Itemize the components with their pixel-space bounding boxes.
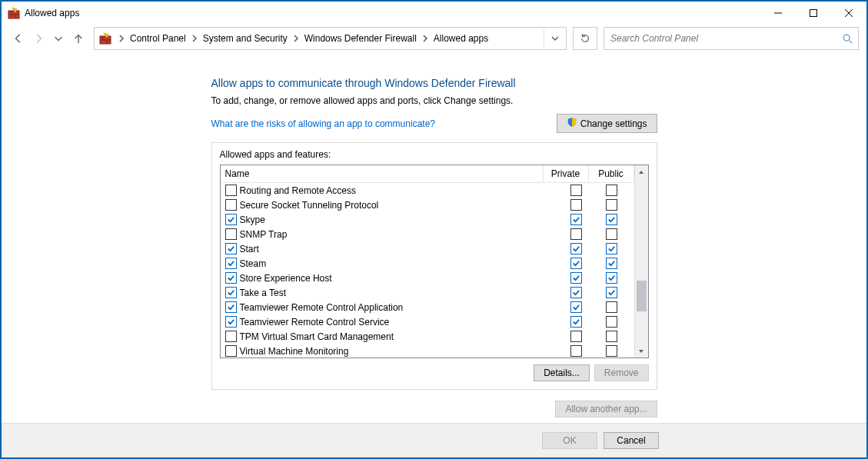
navbar: Control Panel System and Security Window… (2, 25, 866, 57)
app-name: Routing and Remote Access (240, 185, 356, 196)
public-checkbox[interactable] (606, 258, 617, 269)
public-checkbox[interactable] (606, 272, 617, 284)
table-row[interactable]: SNMP Trap (221, 227, 634, 241)
public-checkbox[interactable] (606, 185, 617, 196)
public-checkbox[interactable] (606, 345, 617, 357)
enabled-checkbox[interactable] (225, 214, 237, 225)
footer: OK Cancel (2, 423, 866, 457)
change-settings-button[interactable]: Change settings (557, 114, 657, 133)
table-row[interactable]: Store Experience Host (221, 271, 634, 285)
risks-link[interactable]: What are the risks of allowing an app to… (211, 118, 435, 129)
table-row[interactable]: TPM Virtual Smart Card Management (221, 329, 634, 344)
allowed-apps-listview[interactable]: Name Private Public Routing and Remote A… (220, 165, 649, 358)
chevron-right-icon[interactable] (292, 35, 300, 42)
app-name: Start (240, 244, 259, 254)
minimize-button[interactable] (760, 2, 796, 25)
allow-another-app-button[interactable]: Allow another app... (555, 401, 657, 417)
app-name: SNMP Trap (240, 229, 288, 240)
private-checkbox[interactable] (570, 228, 582, 240)
public-checkbox[interactable] (606, 214, 617, 225)
chevron-right-icon[interactable] (421, 35, 429, 42)
listview-header: Name Private Public (221, 165, 634, 183)
window-controls (760, 2, 866, 25)
up-button[interactable] (69, 29, 88, 48)
private-checkbox[interactable] (570, 214, 582, 225)
table-row[interactable]: Teamviewer Remote Control Service (221, 314, 634, 329)
table-row[interactable]: Virtual Machine Monitoring (221, 344, 634, 357)
app-name: Take a Test (240, 288, 286, 298)
public-checkbox[interactable] (606, 316, 617, 328)
enabled-checkbox[interactable] (225, 316, 237, 328)
table-row[interactable]: Skype (221, 212, 634, 227)
private-checkbox[interactable] (570, 185, 582, 196)
recent-dropdown[interactable] (49, 29, 68, 48)
private-checkbox[interactable] (570, 199, 582, 211)
private-checkbox[interactable] (570, 287, 582, 298)
public-checkbox[interactable] (606, 228, 617, 240)
forward-button[interactable] (29, 29, 48, 48)
app-name: Virtual Machine Monitoring (240, 346, 349, 357)
enabled-checkbox[interactable] (225, 199, 237, 211)
public-checkbox[interactable] (606, 199, 617, 211)
app-name: Teamviewer Remote Control Application (240, 302, 404, 313)
chevron-right-icon[interactable] (191, 35, 198, 42)
breadcrumb-firewall[interactable]: Windows Defender Firewall (301, 28, 420, 49)
enabled-checkbox[interactable] (225, 258, 237, 269)
breadcrumb-allowed-apps[interactable]: Allowed apps (431, 28, 491, 49)
table-row[interactable]: Secure Socket Tunneling Protocol (221, 198, 634, 212)
table-row[interactable]: Routing and Remote Access (221, 183, 634, 198)
table-row[interactable]: Teamviewer Remote Control Application (221, 300, 634, 314)
search-icon[interactable] (836, 33, 858, 44)
table-row[interactable]: Steam (221, 256, 634, 271)
public-checkbox[interactable] (606, 331, 617, 342)
column-public[interactable]: Public (589, 165, 634, 182)
private-checkbox[interactable] (570, 331, 582, 342)
close-button[interactable] (831, 2, 866, 25)
search-bar[interactable] (604, 27, 859, 50)
scroll-up-button[interactable] (635, 165, 648, 178)
table-row[interactable]: Take a Test (221, 285, 634, 300)
address-dropdown[interactable] (544, 28, 566, 48)
cancel-button[interactable]: Cancel (604, 432, 659, 449)
breadcrumb-system-security[interactable]: System and Security (200, 28, 291, 49)
maximize-button[interactable] (796, 2, 831, 25)
private-checkbox[interactable] (570, 301, 582, 313)
ok-button[interactable]: OK (542, 432, 597, 449)
search-input[interactable] (604, 33, 836, 44)
private-checkbox[interactable] (570, 272, 582, 284)
app-name: Skype (240, 215, 265, 225)
enabled-checkbox[interactable] (225, 185, 237, 196)
public-checkbox[interactable] (606, 287, 617, 298)
column-name[interactable]: Name (221, 165, 544, 182)
scroll-down-button[interactable] (635, 344, 648, 358)
private-checkbox[interactable] (570, 243, 582, 254)
app-name: Secure Socket Tunneling Protocol (240, 200, 379, 211)
private-checkbox[interactable] (570, 345, 582, 357)
address-bar[interactable]: Control Panel System and Security Window… (94, 27, 567, 50)
enabled-checkbox[interactable] (225, 272, 237, 284)
back-button[interactable] (9, 29, 28, 48)
enabled-checkbox[interactable] (225, 287, 237, 298)
private-checkbox[interactable] (570, 258, 582, 269)
chevron-right-icon[interactable] (118, 35, 125, 42)
enabled-checkbox[interactable] (225, 301, 237, 313)
details-button[interactable]: Details... (534, 364, 590, 381)
scrollbar[interactable] (634, 165, 648, 358)
table-row[interactable]: Start (221, 241, 634, 256)
remove-button[interactable]: Remove (594, 364, 649, 381)
public-checkbox[interactable] (606, 243, 617, 254)
window-title: Allowed apps (25, 8, 79, 18)
enabled-checkbox[interactable] (225, 228, 237, 240)
scroll-thumb[interactable] (637, 281, 647, 311)
refresh-button[interactable] (573, 27, 597, 50)
public-checkbox[interactable] (606, 301, 617, 313)
shield-icon (567, 117, 577, 130)
enabled-checkbox[interactable] (225, 345, 237, 357)
enabled-checkbox[interactable] (225, 331, 237, 342)
change-settings-label: Change settings (580, 118, 647, 129)
enabled-checkbox[interactable] (225, 243, 237, 254)
breadcrumb-control-panel[interactable]: Control Panel (127, 28, 189, 49)
column-private[interactable]: Private (544, 165, 589, 182)
svg-point-15 (843, 35, 850, 41)
private-checkbox[interactable] (570, 316, 582, 328)
